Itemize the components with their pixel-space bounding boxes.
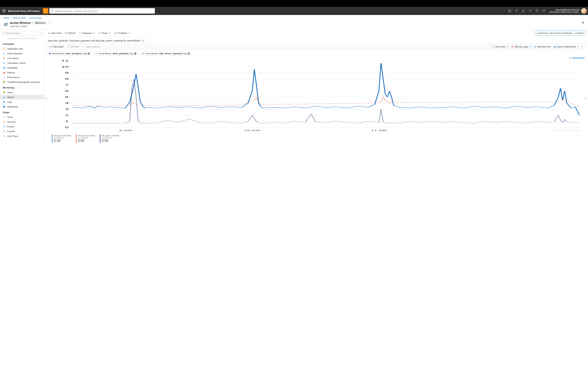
account-email: asirveda@microsoft.com (550, 8, 580, 11)
remove-pill-button[interactable]: ✕ (87, 52, 90, 55)
users-icon (3, 116, 5, 118)
svg-text:6: 6 (65, 90, 69, 92)
map-icon (3, 47, 5, 50)
chart-type-button[interactable]: Line chart ▼ (491, 45, 509, 48)
chevron-down-icon: ▼ (577, 46, 578, 48)
series-line-icon (142, 53, 144, 55)
metrics-line-chart[interactable]: 012345678910119 AM10 AM11 AMUTC-07:00 (47, 59, 586, 133)
account-menu[interactable]: asirveda@microsoft.com MICROSOFT (MICROS… (548, 8, 588, 14)
remove-pill-button[interactable]: ✕ (188, 52, 190, 55)
feedback-button[interactable]: Feedback ▼ (113, 31, 132, 35)
collapse-sidebar-button[interactable]: « (41, 32, 43, 35)
alert-icon (3, 91, 5, 94)
breadcrumb-home[interactable]: Home (3, 17, 9, 19)
sidebar-item-label: Sessions (7, 121, 16, 123)
global-search[interactable] (49, 8, 155, 14)
sidebar-item-transaction-search[interactable]: Transaction search (0, 60, 45, 65)
series-line (73, 63, 580, 115)
legend-value: 3.33 (54, 139, 71, 143)
funnel-icon (3, 130, 5, 133)
share-button[interactable]: Share ▼ (97, 31, 112, 35)
chart-prev-button[interactable]: ‹ (45, 95, 49, 102)
series-line (73, 79, 580, 123)
sidebar-item-smart-detection[interactable]: Smart detection (0, 51, 45, 56)
new-alert-button[interactable]: New alert rule (533, 45, 552, 48)
sidebar-item-troubleshooting[interactable]: Troubleshooting guides (preview) (0, 80, 45, 84)
svg-point-0 (51, 10, 53, 11)
svg-rect-33 (79, 32, 81, 34)
breadcrumb-fitness-store[interactable]: Fitness-Store (13, 17, 26, 19)
cloud-shell-button[interactable] (506, 7, 513, 14)
flows-icon (3, 135, 5, 137)
sidebar-item-sessions[interactable]: Sessions (0, 119, 45, 124)
azure-topbar: Microsoft Azure (Preview) asirveda@micro… (0, 7, 588, 15)
edit-title-button[interactable] (142, 39, 145, 42)
legend-card[interactable]: store_products (Avg)acme-fitness3.33 (52, 134, 73, 143)
remove-pill-button[interactable]: ✕ (134, 52, 136, 55)
blade-more-button[interactable]: ⋯ (49, 22, 51, 24)
notifications-button[interactable] (520, 7, 527, 14)
new-chart-button[interactable]: New chart (47, 31, 63, 35)
sidebar-item-funnels[interactable]: Funnels (0, 129, 45, 134)
line-chart-icon (492, 46, 495, 48)
metric-pill[interactable]: acme-fitness, store_payment, Avg✕ (94, 51, 138, 56)
breadcrumb-acme-fitness[interactable]: acme-fitness (29, 17, 42, 19)
directory-button[interactable] (513, 7, 520, 14)
sidebar-item-users[interactable]: Users (0, 115, 45, 119)
chart-next-button[interactable]: › (584, 95, 587, 102)
split-icon (83, 46, 85, 48)
svg-point-27 (4, 117, 5, 117)
svg-point-11 (4, 53, 4, 54)
help-button[interactable] (533, 7, 540, 14)
metric-pill[interactable]: acme-fitness, store_products, Avg✕ (47, 51, 92, 56)
save-dashboard-button[interactable]: Save to dashboard ▼ (553, 45, 580, 48)
sidebar-item-label: Availability (7, 67, 18, 69)
sidebar-item-events[interactable]: Events (0, 124, 45, 129)
feedback-topbar-button[interactable] (540, 7, 547, 14)
sidebar-item-logs[interactable]: Logs (0, 99, 45, 104)
refresh-button[interactable]: Refresh (63, 31, 77, 35)
search-icon (3, 32, 5, 34)
global-search-input[interactable] (55, 10, 153, 12)
workbook-icon (3, 105, 5, 108)
add-metric-icon (50, 46, 52, 48)
svg-text:10: 10 (61, 65, 69, 68)
legend-card[interactable]: http_server_requests...acme-fitness3.55 (100, 134, 122, 143)
settings-button[interactable] (527, 7, 533, 14)
blade-title: acme-fitness | Metrics ⋯ (10, 21, 51, 25)
svg-text:9 AM: 9 AM (119, 130, 132, 132)
drill-logs-button[interactable]: Drill into Logs ▼ (510, 45, 532, 48)
metric-pill[interactable]: acme-fitness, http_server_requests, Avg✕ (140, 51, 192, 56)
sidebar-item-failures[interactable]: Failures (0, 70, 45, 75)
sidebar-item-workbooks[interactable]: Workbooks (0, 104, 45, 109)
sidebar-item-user-flows[interactable]: User Flows (0, 134, 45, 138)
sidebar-item-application-map[interactable]: Application map (0, 46, 45, 51)
sidebar-search-input[interactable] (2, 31, 40, 36)
legend-card[interactable]: store_payment (Avg)acme-fitness3.62 (76, 134, 96, 143)
more-button[interactable]: ⋯ (581, 45, 584, 48)
sidebar-item-live-metrics[interactable]: Live metrics (0, 56, 45, 60)
time-range-button[interactable]: Local Time: Last 4 hours (Automatic - 1 … (534, 31, 586, 35)
sidebar-item-label: Funnels (7, 130, 15, 133)
undo-zoom-button[interactable]: Undo Zoom (569, 57, 585, 59)
diagnose-button[interactable]: Diagnose ▼ (78, 31, 96, 35)
sidebar-item-availability[interactable]: Availability (0, 65, 45, 70)
alert-plus-icon (534, 46, 536, 48)
blade-subtitle: Application Insights (10, 25, 51, 28)
sidebar-item-label: Application map (7, 47, 23, 50)
sidebar-item-metrics[interactable]: Metrics (0, 95, 45, 99)
preview-icon-button[interactable] (43, 8, 48, 14)
plus-icon (48, 32, 50, 34)
share-icon (98, 32, 101, 34)
hamburger-button[interactable] (0, 7, 8, 15)
hamburger-icon (2, 10, 6, 12)
svg-rect-15 (3, 73, 3, 74)
brand-label[interactable]: Microsoft Azure (Preview) (8, 10, 42, 12)
add-metric-button[interactable]: Add metric (49, 45, 64, 48)
close-blade-button[interactable]: ✕ (582, 20, 585, 25)
app-insights-icon (3, 22, 8, 27)
refresh-icon (65, 32, 67, 34)
logs-icon (511, 46, 514, 48)
sidebar-item-performance[interactable]: Performance (0, 75, 45, 80)
sidebar-item-alerts[interactable]: Alerts (0, 90, 45, 95)
